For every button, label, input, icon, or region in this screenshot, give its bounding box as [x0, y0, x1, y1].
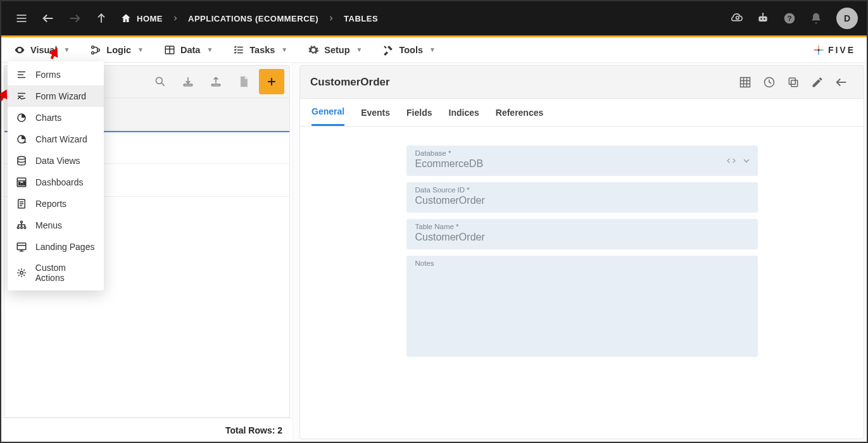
topbar: HOME APPLICATIONS (ECOMMERCE) TABLES ? D: [1, 1, 867, 35]
dd-form-wizard[interactable]: Form Wizard: [8, 85, 104, 107]
menu-logic[interactable]: Logic▼: [89, 41, 145, 59]
copy-icon[interactable]: [781, 70, 805, 94]
field-label: Table Name *: [415, 223, 749, 230]
svg-point-9: [764, 18, 765, 20]
svg-point-41: [17, 227, 19, 228]
search-icon[interactable]: [148, 69, 173, 94]
breadcrumb-applications[interactable]: APPLICATIONS (ECOMMERCE): [188, 14, 318, 23]
svg-rect-7: [758, 16, 767, 22]
back-icon[interactable]: [829, 70, 853, 94]
svg-rect-44: [17, 243, 26, 250]
svg-point-42: [21, 227, 23, 228]
tab-fields[interactable]: Fields: [406, 100, 432, 125]
bot-icon[interactable]: [752, 7, 774, 30]
total-rows-label: Total Rows: 2: [225, 425, 282, 435]
field-label: Notes: [415, 259, 749, 267]
dd-charts[interactable]: Charts: [8, 107, 104, 128]
dataviews-icon: [15, 155, 28, 166]
dd-custom-actions[interactable]: Custom Actions: [8, 258, 104, 288]
form-area: Database * EcommerceDB Data Source ID * …: [300, 127, 864, 363]
svg-rect-51: [184, 84, 192, 86]
svg-point-11: [762, 13, 764, 15]
menu-label: Tasks: [249, 45, 275, 55]
branch-icon: [90, 44, 101, 56]
visual-dropdown: Forms Form Wizard Charts Chart Wizard Da…: [8, 61, 104, 290]
menu-setup[interactable]: Setup▼: [306, 41, 363, 59]
upload-icon[interactable]: [203, 69, 229, 94]
dd-reports[interactable]: Reports: [8, 193, 104, 215]
cloud-icon[interactable]: [725, 7, 748, 30]
svg-point-16: [92, 51, 94, 54]
svg-point-49: [156, 77, 162, 84]
tab-events[interactable]: Events: [361, 100, 390, 125]
nav-back-icon[interactable]: [37, 7, 60, 30]
menu-data[interactable]: Data▼: [163, 41, 214, 59]
tasks-icon: [233, 44, 244, 56]
field-label: Database *: [415, 149, 749, 157]
dd-menus[interactable]: Menus: [8, 215, 104, 236]
field-label: Data Source ID *: [415, 186, 749, 194]
chevron-right-icon: [327, 15, 335, 22]
menu-label: Setup: [324, 45, 349, 55]
edit-icon[interactable]: [805, 70, 829, 94]
nav-up-icon[interactable]: [90, 7, 113, 30]
main-area: Total Rows: 2 CustomerOrder General Even…: [1, 63, 867, 442]
svg-rect-62: [789, 78, 795, 84]
forms-icon: [15, 69, 28, 80]
history-icon[interactable]: [757, 70, 781, 94]
table-name-field[interactable]: Table Name * CustomerOrder: [406, 219, 758, 249]
dd-landing-pages[interactable]: Landing Pages: [8, 236, 104, 258]
svg-line-50: [161, 83, 165, 86]
svg-point-6: [736, 16, 739, 20]
pinwheel-icon: [813, 44, 824, 56]
svg-rect-52: [211, 84, 220, 86]
tab-references[interactable]: References: [496, 100, 544, 125]
hamburger-icon[interactable]: [10, 7, 33, 30]
add-button[interactable]: [259, 69, 284, 94]
reports-icon: [15, 198, 28, 209]
help-icon[interactable]: ?: [778, 7, 801, 30]
menu-tools[interactable]: Tools▼: [381, 41, 437, 59]
brand-text: FIVE: [828, 45, 855, 55]
dd-data-views[interactable]: Data Views: [8, 150, 104, 172]
dd-dashboards[interactable]: Dashboards: [8, 172, 104, 193]
form-wizard-icon: [15, 90, 28, 102]
dropdown-triangle-icon: ▼: [429, 46, 436, 53]
menu-label: Tools: [399, 45, 423, 55]
document-icon[interactable]: [231, 69, 256, 94]
svg-point-24: [817, 49, 819, 51]
dd-label: Menus: [35, 220, 62, 230]
code-icon[interactable]: [726, 156, 736, 166]
chart-wizard-icon: [15, 134, 28, 145]
svg-rect-34: [21, 184, 22, 185]
tab-label: References: [496, 108, 544, 118]
bell-icon[interactable]: [805, 7, 827, 30]
datasource-id-field[interactable]: Data Source ID * CustomerOrder: [406, 182, 758, 213]
dd-forms[interactable]: Forms: [8, 64, 104, 85]
svg-point-30: [18, 156, 25, 159]
chevron-down-icon[interactable]: [741, 156, 752, 166]
tab-indices[interactable]: Indices: [449, 100, 479, 125]
dd-label: Charts: [35, 113, 61, 123]
menu-tasks[interactable]: Tasks▼: [232, 41, 289, 59]
dd-label: Custom Actions: [35, 263, 96, 283]
breadcrumb-tables[interactable]: TABLES: [344, 14, 378, 23]
grid-icon[interactable]: [733, 70, 757, 94]
database-field[interactable]: Database * EcommerceDB: [406, 146, 758, 176]
dd-chart-wizard[interactable]: Chart Wizard: [8, 128, 104, 150]
nav-forward-icon: [63, 7, 86, 30]
chevron-right-icon: [172, 15, 179, 22]
tab-general[interactable]: General: [311, 99, 344, 126]
tab-label: Events: [361, 108, 390, 118]
svg-point-14: [19, 49, 21, 51]
tab-label: Fields: [406, 108, 432, 118]
avatar[interactable]: D: [836, 8, 858, 29]
notes-field[interactable]: Notes: [406, 256, 758, 357]
detail-header: CustomerOrder: [300, 66, 864, 99]
menu-visual[interactable]: Visual▼: [13, 41, 71, 59]
breadcrumb-home[interactable]: HOME: [120, 13, 163, 24]
download-icon[interactable]: [175, 69, 201, 94]
field-value: CustomerOrder: [415, 195, 749, 206]
brand-logo: FIVE: [813, 44, 855, 56]
svg-rect-55: [741, 77, 750, 87]
